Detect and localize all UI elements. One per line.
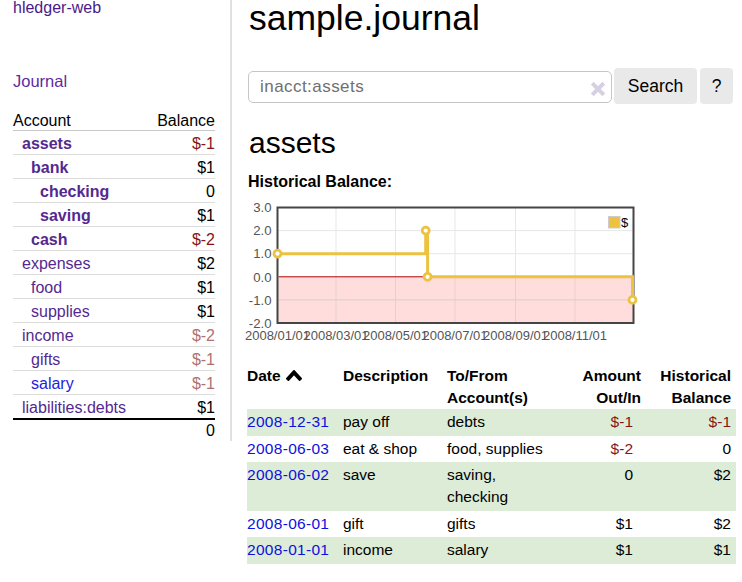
svg-text:2008/03/01: 2008/03/01 (303, 328, 368, 343)
svg-text:2008/11/01: 2008/11/01 (543, 328, 607, 343)
svg-text:1.0: 1.0 (253, 246, 271, 261)
svg-text:0.0: 0.0 (253, 270, 271, 285)
svg-text:3.0: 3.0 (253, 200, 271, 215)
svg-text:2.0: 2.0 (253, 223, 271, 238)
svg-text:2008/09/01: 2008/09/01 (483, 328, 548, 343)
svg-text:$: $ (621, 215, 629, 230)
svg-text:2008/01/01: 2008/01/01 (245, 328, 310, 343)
svg-text:2008/07/01: 2008/07/01 (422, 328, 487, 343)
svg-text:-1.0: -1.0 (249, 293, 272, 308)
svg-text:2008/05/01: 2008/05/01 (363, 328, 428, 343)
